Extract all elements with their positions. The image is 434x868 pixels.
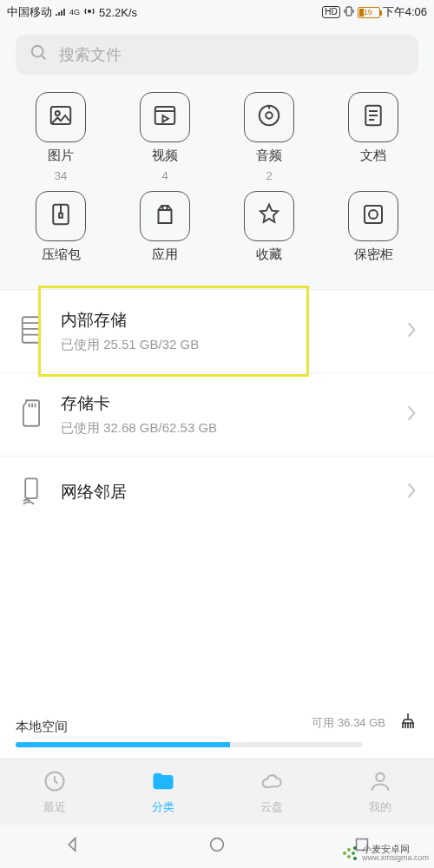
search-icon (30, 43, 49, 66)
category-label: 收藏 (256, 247, 282, 263)
category-label: 视频 (152, 148, 178, 164)
storage-network[interactable]: 网络邻居 (0, 457, 434, 528)
svg-point-17 (211, 838, 224, 852)
chevron-right-icon (406, 482, 417, 503)
tab-categories[interactable]: 分类 (108, 759, 217, 825)
category-label: 文档 (360, 148, 386, 164)
category-video[interactable]: 视频 4 (113, 92, 217, 182)
category-apps[interactable]: 应用 (113, 191, 217, 268)
svg-point-7 (266, 112, 273, 119)
tab-mine[interactable]: 我的 (326, 759, 434, 825)
category-count: 2 (266, 169, 272, 182)
storage-title: 网络邻居 (61, 481, 391, 503)
watermark-logo-icon (341, 845, 358, 862)
hotspot-icon (83, 5, 95, 20)
search-placeholder: 搜索文件 (59, 44, 122, 65)
status-bar: 中国移动 4G 52.2K/s HD 19 下午4:06 (0, 0, 434, 24)
clean-icon[interactable] (398, 711, 418, 735)
sd-card-icon (19, 398, 43, 431)
category-count: 34 (55, 169, 67, 182)
watermark-url: www.xmsigma.com (362, 854, 429, 863)
local-space-available: 可用 36.34 GB (312, 715, 385, 731)
nav-back-icon[interactable] (62, 835, 82, 858)
category-label: 压缩包 (42, 247, 81, 263)
watermark: 小麦安卓网 www.xmsigma.com (341, 844, 429, 863)
local-space-label: 本地空间 (16, 719, 68, 735)
category-label: 应用 (152, 247, 178, 263)
storage-subtitle: 已使用 25.51 GB/32 GB (61, 337, 391, 353)
svg-point-4 (56, 111, 60, 115)
signal-icon (56, 6, 66, 19)
clock-label: 下午4:06 (383, 4, 427, 20)
person-icon (368, 769, 392, 796)
zip-icon (48, 201, 74, 231)
category-favorites[interactable]: 收藏 (217, 191, 321, 268)
category-document[interactable]: 文档 (321, 92, 425, 182)
storage-title: 存储卡 (61, 392, 391, 415)
search-container: 搜索文件 (0, 24, 434, 82)
category-zip[interactable]: 压缩包 (9, 191, 113, 268)
category-label: 音频 (256, 148, 282, 164)
storage-progress (16, 742, 362, 747)
tab-label: 最近 (43, 799, 66, 815)
storage-progress-fill (16, 742, 230, 747)
star-icon (256, 201, 282, 231)
category-images[interactable]: 图片 34 (9, 92, 113, 182)
tab-recent[interactable]: 最近 (0, 759, 108, 825)
clock-icon (43, 769, 67, 796)
search-input[interactable]: 搜索文件 (16, 35, 418, 75)
storage-subtitle: 已使用 32.68 GB/62.53 GB (61, 420, 391, 437)
bottom-tab-bar: 最近 分类 云盘 我的 (0, 759, 434, 825)
safe-icon (360, 201, 386, 231)
folder-icon (151, 769, 175, 796)
net-badge: 4G (69, 8, 80, 16)
svg-point-0 (88, 10, 91, 13)
svg-point-12 (369, 210, 378, 219)
local-space-bar: 本地空间 可用 36.34 GB (0, 702, 434, 759)
storage-sdcard[interactable]: 存储卡 已使用 32.68 GB/62.53 GB (0, 373, 434, 457)
svg-rect-14 (25, 478, 37, 498)
svg-rect-10 (59, 214, 62, 218)
document-icon (360, 102, 386, 132)
svg-rect-13 (23, 317, 40, 342)
category-audio[interactable]: 音频 2 (217, 92, 321, 182)
category-count: 4 (161, 169, 168, 182)
cloud-icon (260, 769, 284, 796)
carrier-label: 中国移动 (7, 4, 52, 20)
chevron-right-icon (406, 321, 417, 342)
internal-storage-icon (19, 315, 43, 348)
image-icon (48, 102, 74, 132)
vibrate-icon (343, 5, 355, 20)
tab-cloud[interactable]: 云盘 (217, 759, 326, 825)
chevron-right-icon (406, 404, 417, 425)
svg-point-16 (376, 773, 384, 780)
tab-label: 分类 (152, 799, 174, 815)
nav-home-icon[interactable] (207, 835, 227, 858)
storage-title: 内部存储 (61, 309, 391, 332)
battery-icon: 19 (358, 7, 380, 18)
net-speed: 52.2K/s (99, 6, 137, 19)
spacer (0, 528, 434, 702)
category-label: 图片 (48, 148, 74, 164)
category-label: 保密柜 (354, 247, 393, 263)
network-icon (19, 476, 43, 509)
video-icon (152, 102, 178, 132)
tab-label: 我的 (369, 799, 391, 815)
audio-icon (256, 102, 282, 132)
storage-internal[interactable]: 内部存储 已使用 25.51 GB/32 GB (0, 290, 434, 373)
category-grid: 图片 34 视频 4 音频 2 文档 压缩包 应用 收藏 保密柜 (0, 82, 434, 289)
hd-badge: HD (322, 6, 339, 18)
tab-label: 云盘 (260, 799, 283, 815)
app-icon (152, 201, 178, 231)
svg-rect-11 (365, 206, 382, 223)
storage-list: 内部存储 已使用 25.51 GB/32 GB 存储卡 已使用 32.68 GB… (0, 289, 434, 528)
category-safe[interactable]: 保密柜 (321, 191, 425, 268)
svg-rect-1 (346, 7, 352, 16)
svg-point-2 (32, 46, 43, 57)
